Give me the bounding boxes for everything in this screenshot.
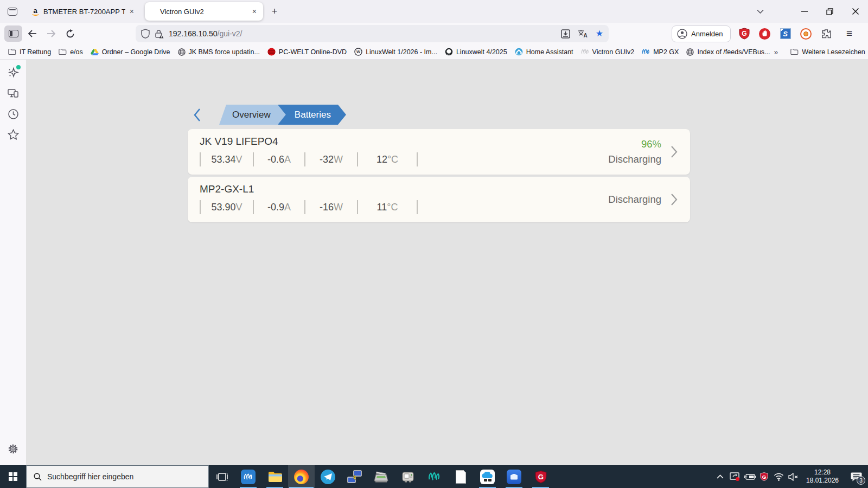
bookmark-home-assistant[interactable]: Home Assistant (511, 46, 577, 59)
lock-warning-icon[interactable] (155, 29, 164, 38)
bookmark-star-icon[interactable]: ★ (596, 29, 603, 38)
back-button[interactable] (23, 25, 41, 42)
bookmark-mp2-gx[interactable]: MP2 GX (638, 46, 682, 59)
browser-tab-bar: a BTMETER BT-7200APP TRMS 60 × Victron G… (0, 0, 868, 23)
reload-button[interactable] (61, 25, 79, 42)
breadcrumb-batteries[interactable]: Batteries (278, 105, 346, 125)
victron-faint-icon (581, 48, 589, 55)
search-input[interactable] (47, 472, 188, 481)
tray-wifi-icon[interactable] (771, 465, 786, 488)
svg-text:W: W (356, 49, 361, 54)
breadcrumb: Overview Batteries (193, 105, 346, 125)
battery-state: Discharging (608, 152, 661, 167)
chevron-right-icon (671, 144, 678, 159)
bookmarks-star-icon[interactable] (4, 126, 22, 143)
folder-icon (8, 48, 16, 55)
breadcrumb-back-icon[interactable] (193, 107, 201, 123)
start-button[interactable] (0, 465, 26, 488)
taskbar-app-vrm-wave[interactable] (421, 465, 448, 488)
taskbar-app-camera-device[interactable] (394, 465, 421, 488)
bookmark-victron-guiv2[interactable]: Victron GUIv2 (577, 46, 639, 59)
bookmark-it-rettung[interactable]: IT Rettung (4, 46, 55, 59)
tray-chevron-up-icon[interactable] (713, 465, 727, 488)
ai-chatbot-icon[interactable] (4, 64, 22, 81)
tray-cast-icon[interactable] (727, 465, 742, 488)
bookmark-eos[interactable]: e/os (55, 46, 87, 59)
globe-icon (178, 48, 186, 56)
temperature-value: 12 (376, 154, 387, 165)
tray-battery-icon[interactable] (742, 465, 757, 488)
history-icon[interactable] (4, 105, 22, 123)
bookmark-pcwelt[interactable]: PC-WELT Online-DVD (264, 46, 350, 59)
blocker-hand-extension-icon[interactable] (758, 27, 772, 41)
taskbar-app-telegram[interactable] (315, 465, 341, 488)
telegram-icon (321, 470, 335, 484)
shield-icon[interactable] (141, 29, 150, 38)
battery-card-mp2[interactable]: MP2-GX-L1 53.90V -0.9A -16W 11°C Dischar… (188, 177, 690, 222)
tab-victron-active[interactable]: Victron GUIv2 × (145, 2, 263, 21)
home-assistant-icon (515, 48, 523, 56)
taskbar-app-firefox[interactable] (288, 465, 315, 488)
windows-taskbar: G G 12:28 18.01.2026 (0, 465, 868, 488)
gdata-extension-icon[interactable]: G (737, 27, 751, 41)
firefox-view-icon[interactable] (4, 3, 21, 20)
tab-btmeter[interactable]: a BTMETER BT-7200APP TRMS 60 × (25, 2, 141, 21)
tray-gdata-icon[interactable]: G (757, 465, 771, 488)
browser-toolbar: 192.168.10.50/gui-v2/ A ★ Anmelden G S (0, 23, 868, 44)
taskbar-app-file-explorer[interactable] (261, 465, 288, 488)
battery-state: Discharging (608, 192, 661, 207)
tray-clock[interactable]: 12:28 18.01.2026 (803, 468, 842, 485)
action-center-button[interactable]: 3 (844, 465, 868, 488)
taskbar-app-victronconnect[interactable] (235, 465, 261, 488)
settings-gear-icon[interactable] (4, 440, 22, 458)
extensions-puzzle-icon[interactable] (820, 27, 834, 41)
close-window-button[interactable] (843, 0, 868, 23)
taskbar-app-cloud-sync[interactable] (474, 465, 501, 488)
battery-list: JK V19 LIFEPO4 53.34V -0.6A -32W 12°C 96… (188, 129, 690, 222)
wordpress-icon: W (354, 48, 362, 56)
singlefile-extension-icon[interactable]: S (778, 27, 793, 41)
taskbar-app-deploy-box[interactable] (501, 465, 527, 488)
power-value: -16 (320, 202, 334, 213)
new-tab-button[interactable]: + (266, 3, 283, 20)
translate-icon[interactable]: A (578, 29, 588, 38)
voltage-value: 53.90 (211, 202, 235, 213)
gdrive-icon (91, 48, 99, 55)
list-all-tabs-button[interactable] (750, 3, 770, 20)
clock-time: 12:28 (803, 468, 842, 477)
restore-button[interactable] (817, 0, 843, 23)
url-bar[interactable]: 192.168.10.50/gui-v2/ A ★ (136, 25, 609, 42)
close-icon[interactable]: × (129, 7, 135, 16)
bookmark-google-drive[interactable]: Ordner – Google Drive (87, 46, 174, 59)
bookmark-linuxwelt-4[interactable]: Linuxwelt 4/2025 (441, 46, 511, 59)
breadcrumb-overview[interactable]: Overview (219, 105, 286, 125)
save-page-icon[interactable] (561, 29, 570, 38)
signin-button[interactable]: Anmelden (672, 25, 731, 42)
bookmark-index-feeds[interactable]: Index of /feeds/VEBus... (682, 46, 774, 59)
tray-volume-muted-icon[interactable] (786, 465, 801, 488)
bookmarks-overflow-icon[interactable]: » (774, 48, 778, 56)
close-icon[interactable]: × (251, 7, 258, 16)
taskbar-app-remote-connect[interactable] (341, 465, 368, 488)
power-value: -32 (320, 154, 334, 165)
victron-wave-icon (642, 48, 650, 55)
taskbar-app-scanner[interactable] (368, 465, 394, 488)
current-value: -0.6 (267, 154, 284, 165)
taskbar-search[interactable] (26, 465, 209, 488)
victron-teal-wave-icon (428, 471, 441, 482)
menu-icon[interactable]: ≡ (841, 28, 858, 40)
scanner-icon (374, 470, 388, 483)
battery-card-jk[interactable]: JK V19 LIFEPO4 53.34V -0.6A -32W 12°C 96… (188, 129, 690, 175)
bookmark-folder-weitere[interactable]: Weitere Lesezeichen (787, 46, 868, 59)
bookmark-jk-bms[interactable]: JK BMS force updatin... (174, 46, 264, 59)
forward-button[interactable] (42, 25, 60, 42)
task-view-button[interactable] (209, 465, 235, 488)
duckduckgo-extension-icon[interactable] (799, 27, 813, 41)
bookmark-linuxwelt-1[interactable]: W LinuxWelt 1/2026 - Im... (350, 46, 441, 59)
minimize-button[interactable] (792, 0, 817, 23)
synced-tabs-icon[interactable] (4, 85, 22, 102)
taskbar-app-notepad[interactable] (448, 465, 474, 488)
taskbar-app-gdata[interactable]: G (527, 465, 554, 488)
tab-label: BTMETER BT-7200APP TRMS 60 (43, 8, 125, 16)
sidebar-toggle-icon[interactable] (4, 25, 22, 42)
